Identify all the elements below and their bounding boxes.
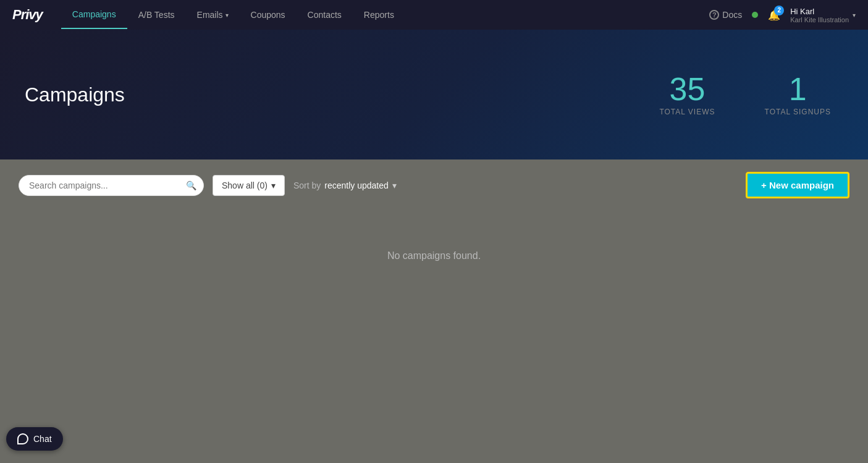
user-subtitle: Karl Kite Illustration (790, 16, 849, 23)
sort-value: recently updated (324, 181, 389, 190)
chat-button[interactable]: Chat (6, 427, 63, 451)
total-signups-stat: 1 TOTAL SIGNUPS (765, 73, 831, 116)
new-campaign-button[interactable]: + New campaign (746, 172, 849, 198)
total-signups-label: TOTAL SIGNUPS (765, 108, 831, 116)
nav-emails[interactable]: Emails ▾ (186, 1, 240, 28)
empty-state: No campaigns found. (19, 213, 849, 299)
empty-message: No campaigns found. (387, 250, 481, 261)
sort-chevron-icon: ▾ (392, 181, 397, 190)
nav-emails-label: Emails (197, 10, 223, 20)
user-greeting: Hi Karl (790, 7, 849, 16)
sort-prefix: Sort by (293, 181, 321, 190)
sort-dropdown[interactable]: Sort by recently updated ▾ (293, 181, 397, 190)
nav-ab-tests[interactable]: A/B Tests (127, 1, 186, 28)
notification-badge: 2 (774, 6, 784, 15)
logo[interactable]: Privy (12, 7, 43, 23)
nav-campaigns[interactable]: Campaigns (61, 1, 127, 29)
toolbar: 🔍 Show all (0) ▾ Sort by recently update… (19, 172, 849, 198)
notification-bell[interactable]: 🔔 2 (768, 9, 780, 21)
total-views-label: TOTAL VIEWS (659, 108, 715, 116)
total-views-number: 35 (659, 73, 715, 105)
hero-banner: Campaigns 35 TOTAL VIEWS 1 TOTAL SIGNUPS (0, 30, 868, 159)
total-views-stat: 35 TOTAL VIEWS (659, 73, 715, 116)
main-content: 🔍 Show all (0) ▾ Sort by recently update… (0, 159, 868, 463)
question-icon: ? (709, 10, 719, 20)
user-menu[interactable]: Hi Karl Karl Kite Illustration ▾ (790, 7, 856, 23)
hero-stats: 35 TOTAL VIEWS 1 TOTAL SIGNUPS (659, 73, 831, 116)
docs-link[interactable]: ? Docs (709, 10, 742, 20)
show-all-label: Show all (0) (222, 181, 268, 190)
show-all-chevron-icon: ▾ (271, 181, 276, 190)
chat-bubble-icon (17, 433, 28, 444)
nav-reports[interactable]: Reports (353, 1, 405, 28)
emails-dropdown-icon: ▾ (225, 12, 229, 19)
user-chevron-icon: ▾ (853, 12, 856, 19)
nav-coupons[interactable]: Coupons (240, 1, 297, 28)
chat-label: Chat (33, 434, 52, 444)
navbar: Privy Campaigns A/B Tests Emails ▾ Coupo… (0, 0, 868, 30)
nav-links: Campaigns A/B Tests Emails ▾ Coupons Con… (61, 1, 710, 29)
nav-right: ? Docs 🔔 2 Hi Karl Karl Kite Illustratio… (709, 7, 856, 23)
new-campaign-label: + New campaign (761, 180, 834, 190)
search-wrapper: 🔍 (19, 175, 204, 196)
page-title: Campaigns (25, 83, 125, 106)
show-all-dropdown[interactable]: Show all (0) ▾ (213, 175, 285, 196)
search-input[interactable] (19, 175, 204, 196)
docs-label: Docs (722, 10, 742, 20)
total-signups-number: 1 (765, 73, 831, 105)
nav-contacts[interactable]: Contacts (297, 1, 353, 28)
status-dot (752, 12, 758, 18)
privy-logo-text: Privy (12, 7, 43, 22)
